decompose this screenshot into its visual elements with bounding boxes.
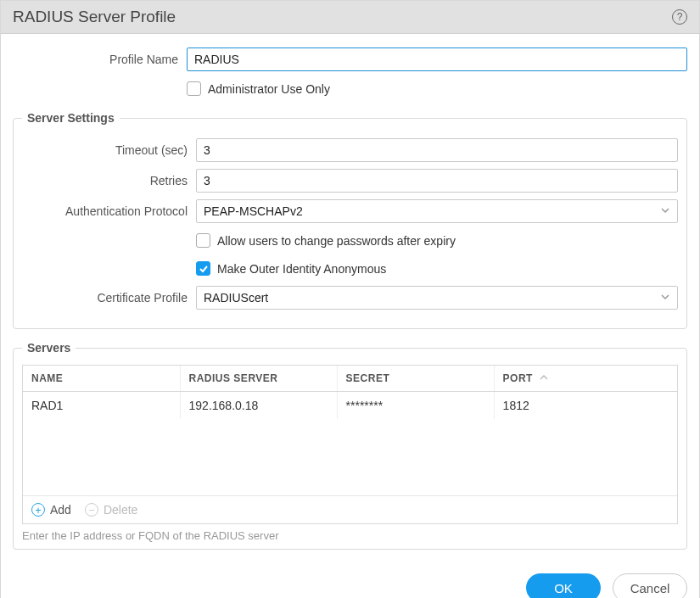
cert-profile-value: RADIUScert [204, 291, 268, 305]
cell-server: 192.168.0.18 [180, 392, 337, 420]
retries-label: Retries [22, 174, 196, 187]
auth-protocol-label: Authentication Protocol [22, 204, 196, 218]
servers-group: Servers NAME RADIUS SERVER SECRET PORT [13, 341, 687, 550]
help-icon[interactable]: ? [672, 9, 687, 25]
profile-name-row: Profile Name [13, 48, 687, 71]
outer-anon-label: Make Outer Identity Anonymous [217, 262, 386, 276]
auth-protocol-select[interactable]: PEAP-MSCHAPv2 [196, 199, 678, 223]
delete-button[interactable]: − Delete [85, 503, 137, 517]
table-header-row: NAME RADIUS SERVER SECRET PORT [23, 366, 677, 392]
minus-icon: − [85, 503, 98, 517]
cell-secret: ******** [337, 392, 494, 420]
retries-input[interactable] [196, 169, 678, 193]
col-secret[interactable]: SECRET [337, 366, 494, 392]
cert-profile-select[interactable]: RADIUScert [196, 286, 678, 310]
cell-port: 1812 [494, 392, 677, 420]
timeout-input[interactable] [196, 138, 678, 162]
table-toolbar: + Add − Delete [23, 495, 677, 523]
ok-button[interactable]: OK [526, 573, 601, 598]
chevron-down-icon [660, 204, 670, 218]
col-name[interactable]: NAME [23, 366, 180, 392]
outer-anon-checkbox[interactable] [196, 261, 210, 276]
profile-name-input[interactable] [187, 48, 687, 71]
cancel-button[interactable]: Cancel [613, 573, 687, 598]
dialog-titlebar: RADIUS Server Profile ? [1, 1, 699, 34]
admin-only-checkbox[interactable] [187, 81, 201, 96]
servers-table-wrap: NAME RADIUS SERVER SECRET PORT [22, 365, 678, 524]
retries-row: Retries [22, 169, 678, 193]
outer-anon-row: Make Outer Identity Anonymous [22, 258, 678, 279]
profile-name-label: Profile Name [13, 53, 187, 66]
admin-only-label: Administrator Use Only [208, 82, 330, 96]
server-settings-legend: Server Settings [22, 111, 120, 125]
timeout-label: Timeout (sec) [22, 143, 196, 157]
auth-protocol-row: Authentication Protocol PEAP-MSCHAPv2 [22, 199, 678, 223]
dialog-footer: OK Cancel [13, 550, 687, 598]
timeout-row: Timeout (sec) [22, 138, 678, 162]
cell-name: RAD1 [23, 392, 180, 420]
sort-asc-icon [540, 374, 548, 383]
allow-pw-change-row: Allow users to change passwords after ex… [22, 230, 678, 251]
table-empty-space [23, 419, 677, 495]
dialog-body: Profile Name Administrator Use Only Serv… [1, 34, 699, 598]
cert-profile-row: Certificate Profile RADIUScert [22, 286, 678, 310]
server-settings-group: Server Settings Timeout (sec) Retries Au… [13, 111, 687, 329]
auth-protocol-value: PEAP-MSCHAPv2 [204, 204, 303, 218]
col-port[interactable]: PORT [494, 366, 677, 392]
servers-table: NAME RADIUS SERVER SECRET PORT [23, 366, 677, 495]
col-radius-server[interactable]: RADIUS SERVER [180, 366, 337, 392]
chevron-down-icon [660, 291, 670, 305]
plus-icon: + [31, 503, 45, 517]
allow-pw-change-checkbox[interactable] [196, 233, 210, 248]
servers-legend: Servers [22, 341, 76, 355]
allow-pw-change-label: Allow users to change passwords after ex… [217, 234, 456, 248]
add-button[interactable]: + Add [31, 503, 71, 517]
table-row[interactable]: RAD1 192.168.0.18 ******** 1812 [23, 392, 677, 420]
servers-hint: Enter the IP address or FQDN of the RADI… [22, 529, 678, 542]
dialog-title: RADIUS Server Profile [13, 8, 176, 26]
radius-server-profile-dialog: RADIUS Server Profile ? Profile Name Adm… [0, 0, 700, 598]
cert-profile-label: Certificate Profile [22, 291, 196, 305]
admin-only-row: Administrator Use Only [13, 78, 687, 99]
